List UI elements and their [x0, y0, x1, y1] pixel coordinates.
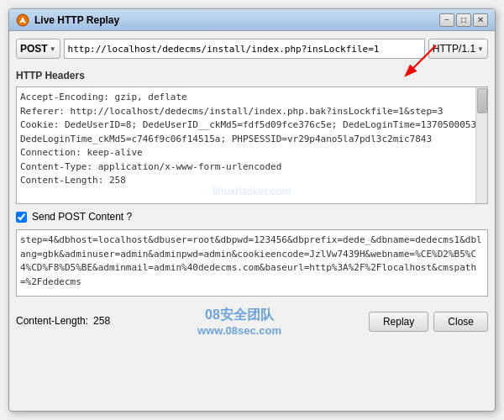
title-bar-left: Live HTTP Replay [16, 13, 119, 27]
http-version-text: HTTP/1.1 [433, 43, 475, 55]
maximize-button[interactable]: □ [456, 13, 471, 27]
title-bar-controls: − □ ✕ [439, 13, 488, 27]
post-content-text: step=4&dbhost=localhost&dbuser=root&dbpw… [20, 234, 482, 287]
brand-line-2: www.08sec.com [197, 324, 281, 337]
close-button-action[interactable]: Close [433, 312, 488, 332]
header-line-6: Content-Type: application/x-www-form-url… [20, 160, 484, 175]
header-line-3: Cookie: DedeUserID=8; DedeUserID__ckMd5=… [20, 118, 484, 133]
header-line-4: DedeLoginTime_ckMd5=c746f9c06f14515a; PH… [20, 133, 484, 147]
title-bar: Live HTTP Replay − □ ✕ [9, 9, 495, 31]
minimize-button[interactable]: − [439, 13, 454, 27]
brand-line-1: 08安全团队 [205, 307, 274, 324]
headers-area[interactable]: Accept-Encoding: gzip, deflate Referer: … [16, 87, 488, 204]
replay-button[interactable]: Replay [369, 312, 428, 332]
content-length-value: 258 [93, 315, 110, 327]
method-dropdown-arrow: ▼ [50, 45, 56, 53]
content-length-info: Content-Length: 258 [16, 315, 110, 327]
url-input[interactable] [64, 39, 425, 59]
scrollbar-track[interactable] [475, 87, 487, 203]
brand-watermark: 08安全团队 www.08sec.com [197, 307, 281, 337]
main-window: Live HTTP Replay − □ ✕ POST ▼ HTTP/1.1 ▼ [8, 8, 496, 412]
method-select[interactable]: POST ▼ [16, 39, 60, 59]
headers-section-label: HTTP Headers [16, 70, 488, 81]
content-length-label: Content-Length: [16, 315, 88, 327]
send-post-label: Send POST Content ? [32, 211, 132, 223]
http-version-select[interactable]: HTTP/1.1 ▼ [428, 39, 488, 59]
url-bar: POST ▼ HTTP/1.1 ▼ [16, 38, 488, 60]
header-line-2: Referer: http://localhost/dedecms/instal… [20, 105, 484, 119]
send-post-checkbox[interactable] [16, 212, 27, 223]
http-version-arrow: ▼ [477, 45, 484, 53]
scrollbar-thumb[interactable] [477, 88, 487, 113]
header-line-1: Accept-Encoding: gzip, deflate [20, 91, 484, 105]
app-icon [16, 13, 29, 27]
action-buttons: Replay Close [369, 308, 488, 333]
method-text: POST [20, 43, 48, 55]
header-line-5: Connection: keep-alive [20, 146, 484, 160]
send-post-row: Send POST Content ? [16, 209, 488, 224]
close-button[interactable]: ✕ [473, 13, 488, 27]
main-content: POST ▼ HTTP/1.1 ▼ HTTP Headers [9, 31, 495, 411]
post-content-area[interactable]: step=4&dbhost=localhost&dbuser=root&dbpw… [16, 229, 488, 297]
header-line-7: Content-Length: 258 [20, 174, 484, 188]
footer-row: Content-Length: 258 08安全团队 www.08sec.com… [16, 302, 488, 339]
title-text: Live HTTP Replay [34, 14, 119, 26]
